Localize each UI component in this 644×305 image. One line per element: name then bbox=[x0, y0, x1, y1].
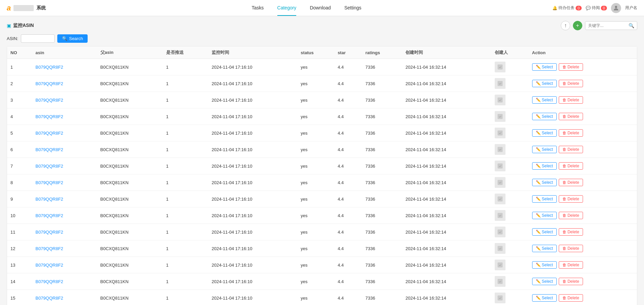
asin-link[interactable]: B079QQR8F2 bbox=[35, 114, 63, 119]
select-label: Select bbox=[542, 164, 553, 168]
select-button[interactable]: ✏️ Select bbox=[532, 278, 557, 285]
svg-point-0 bbox=[615, 6, 617, 8]
asin-link[interactable]: B079QQR8F2 bbox=[35, 197, 63, 202]
cell-is-push: 1 bbox=[163, 240, 208, 257]
action-cell: ✏️ Select 🗑 Delete bbox=[532, 113, 634, 120]
nav-category[interactable]: Category bbox=[277, 0, 297, 16]
table-row: 10 B079QQR8F2 B0CXQ811KN 1 2024-11-04 17… bbox=[7, 207, 637, 224]
select-button[interactable]: ✏️ Select bbox=[532, 195, 557, 203]
select-button[interactable]: ✏️ Select bbox=[532, 212, 557, 219]
asin-link[interactable]: B079QQR8F2 bbox=[35, 147, 63, 152]
delete-button[interactable]: 🗑 Delete bbox=[559, 146, 583, 153]
select-button[interactable]: ✏️ Select bbox=[532, 96, 557, 104]
asin-link[interactable]: B079QQR8F2 bbox=[35, 81, 63, 86]
cell-asin: B079QQR8F2 bbox=[32, 125, 97, 141]
chat-btn[interactable]: 💬 待阅 0 bbox=[586, 5, 607, 11]
asin-link[interactable]: B079QQR8F2 bbox=[35, 296, 63, 301]
select-button[interactable]: ✏️ Select bbox=[532, 294, 557, 302]
trash-icon: 🗑 bbox=[562, 197, 566, 201]
delete-button[interactable]: 🗑 Delete bbox=[559, 162, 583, 170]
delete-button[interactable]: 🗑 Delete bbox=[559, 113, 583, 120]
select-button[interactable]: ✏️ Select bbox=[532, 63, 557, 71]
asin-link[interactable]: B079QQR8F2 bbox=[35, 180, 63, 185]
username-label: 用户名 bbox=[625, 5, 637, 11]
cell-asin: B079QQR8F2 bbox=[32, 224, 97, 240]
trash-icon: 🗑 bbox=[562, 213, 566, 218]
select-button[interactable]: ✏️ Select bbox=[532, 162, 557, 170]
table-row: 5 B079QQR8F2 B0CXQ811KN 1 2024-11-04 17:… bbox=[7, 125, 637, 141]
trash-icon: 🗑 bbox=[562, 263, 566, 267]
asin-link[interactable]: B079QQR8F2 bbox=[35, 98, 63, 103]
table-row: 2 B079QQR8F2 B0CXQ811KN 1 2024-11-04 17:… bbox=[7, 75, 637, 92]
upload-btn[interactable]: ↑ bbox=[561, 21, 570, 30]
cell-creator bbox=[491, 240, 529, 257]
upload-icon: ↑ bbox=[564, 23, 567, 29]
cell-monitor-time: 2024-11-04 17:16:10 bbox=[208, 59, 297, 75]
cell-parent-asin: B0CXQ811KN bbox=[97, 141, 163, 158]
nav-tasks[interactable]: Tasks bbox=[252, 0, 264, 16]
asin-link[interactable]: B079QQR8F2 bbox=[35, 131, 63, 136]
select-button[interactable]: ✏️ Select bbox=[532, 179, 557, 186]
asin-link[interactable]: B079QQR8F2 bbox=[35, 65, 63, 70]
delete-button[interactable]: 🗑 Delete bbox=[559, 195, 583, 203]
action-cell: ✏️ Select 🗑 Delete bbox=[532, 63, 634, 71]
cell-creator bbox=[491, 158, 529, 174]
delete-button[interactable]: 🗑 Delete bbox=[559, 129, 583, 137]
select-button[interactable]: ✏️ Select bbox=[532, 261, 557, 269]
delete-button[interactable]: 🗑 Delete bbox=[559, 96, 583, 104]
product-thumbnail bbox=[495, 177, 505, 188]
asin-link[interactable]: B079QQR8F2 bbox=[35, 263, 63, 268]
nav-settings[interactable]: Settings bbox=[344, 0, 362, 16]
keyword-search-btn[interactable]: 🔍 bbox=[626, 22, 637, 30]
delete-button[interactable]: 🗑 Delete bbox=[559, 228, 583, 236]
cell-monitor-time: 2024-11-04 17:16:10 bbox=[208, 75, 297, 92]
cell-creator bbox=[491, 141, 529, 158]
asin-link[interactable]: B079QQR8F2 bbox=[35, 164, 63, 169]
delete-button[interactable]: 🗑 Delete bbox=[559, 179, 583, 186]
select-button[interactable]: ✏️ Select bbox=[532, 228, 557, 236]
cell-ratings: 7336 bbox=[362, 75, 402, 92]
svg-rect-1 bbox=[497, 65, 502, 70]
pending-tasks-btn[interactable]: 🔔 待办任务 0 bbox=[552, 5, 582, 11]
keyword-search-input[interactable] bbox=[585, 22, 626, 29]
asin-link[interactable]: B079QQR8F2 bbox=[35, 246, 63, 251]
svg-rect-4 bbox=[497, 114, 502, 119]
asin-search-input[interactable] bbox=[21, 34, 55, 43]
product-thumbnail bbox=[495, 260, 505, 270]
nav-right: 🔔 待办任务 0 💬 待阅 0 用户名 bbox=[552, 3, 637, 13]
delete-button[interactable]: 🗑 Delete bbox=[559, 63, 583, 71]
search-btn-icon: 🔍 bbox=[62, 36, 67, 41]
cell-action: ✏️ Select 🗑 Delete bbox=[529, 92, 637, 108]
cell-monitor-time: 2024-11-04 17:16:10 bbox=[208, 273, 297, 290]
asin-link[interactable]: B079QQR8F2 bbox=[35, 230, 63, 235]
delete-button[interactable]: 🗑 Delete bbox=[559, 261, 583, 269]
add-btn[interactable]: + bbox=[573, 21, 582, 30]
select-button[interactable]: ✏️ Select bbox=[532, 80, 557, 87]
delete-label: Delete bbox=[568, 65, 579, 69]
select-button[interactable]: ✏️ Select bbox=[532, 113, 557, 120]
cell-ratings: 7336 bbox=[362, 141, 402, 158]
select-button[interactable]: ✏️ Select bbox=[532, 146, 557, 153]
edit-icon: ✏️ bbox=[536, 147, 541, 152]
table-row: 3 B079QQR8F2 B0CXQ811KN 1 2024-11-04 17:… bbox=[7, 92, 637, 108]
delete-button[interactable]: 🗑 Delete bbox=[559, 245, 583, 252]
action-cell: ✏️ Select 🗑 Delete bbox=[532, 96, 634, 104]
cell-asin: B079QQR8F2 bbox=[32, 75, 97, 92]
page-title: 监控ASIN bbox=[13, 23, 34, 29]
select-label: Select bbox=[542, 279, 553, 284]
cell-creator bbox=[491, 92, 529, 108]
search-icon: 🔍 bbox=[628, 23, 634, 28]
asin-link[interactable]: B079QQR8F2 bbox=[35, 279, 63, 284]
delete-button[interactable]: 🗑 Delete bbox=[559, 294, 583, 302]
cell-create-time: 2024-11-04 16:32:14 bbox=[402, 273, 491, 290]
avatar[interactable] bbox=[611, 3, 621, 13]
asin-link[interactable]: B079QQR8F2 bbox=[35, 213, 63, 218]
select-button[interactable]: ✏️ Select bbox=[532, 129, 557, 137]
delete-button[interactable]: 🗑 Delete bbox=[559, 80, 583, 87]
delete-button[interactable]: 🗑 Delete bbox=[559, 212, 583, 219]
search-button[interactable]: 🔍 Search bbox=[57, 34, 88, 43]
delete-button[interactable]: 🗑 Delete bbox=[559, 278, 583, 285]
nav-download[interactable]: Download bbox=[310, 0, 331, 16]
select-button[interactable]: ✏️ Select bbox=[532, 245, 557, 252]
cell-asin: B079QQR8F2 bbox=[32, 240, 97, 257]
